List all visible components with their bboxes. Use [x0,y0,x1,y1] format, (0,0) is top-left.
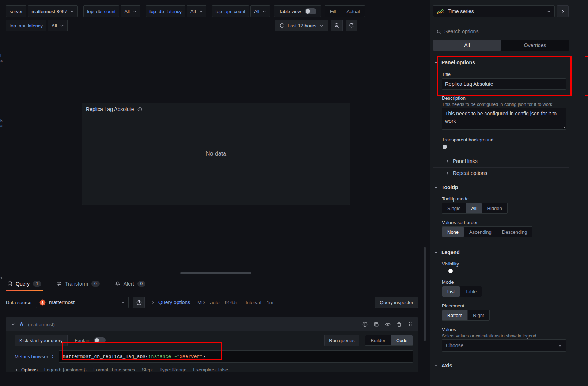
variable-top-api-count-label[interactable]: top_api_count [212,5,249,17]
actual-button[interactable]: Actual [341,6,365,17]
variable-top-api-latency-value-dropdown[interactable]: All [48,20,67,31]
table-view-control: Table view [274,5,321,17]
tab-transform[interactable]: Transform 0 [55,279,101,291]
summary-step: Step: [142,367,153,372]
kick-start-query-button[interactable]: Kick start your query [15,335,68,346]
explain-toggle[interactable] [94,337,106,343]
variable-top-db-latency-label[interactable]: top_db_latency [146,5,185,17]
option-label: Ascending [469,229,492,235]
variable-top-api-latency: top_api_latency All [6,20,68,31]
repeat-options-section[interactable]: Repeat options [445,170,487,176]
run-queries-label: Run queries [329,338,354,343]
variable-top-api-count-value-dropdown[interactable]: All [250,5,270,17]
tooltip-mode-all[interactable]: All [466,203,481,213]
tab-alert[interactable]: Alert 0 [114,279,147,291]
eye-icon[interactable] [385,321,391,327]
tab-all[interactable]: All [433,40,501,51]
variable-top-db-count: top_db_count All [83,5,140,17]
tab-query-count: 1 [33,281,41,287]
legend-mode-table[interactable]: Table [460,286,482,297]
legend-values-select[interactable]: Choose [442,339,566,352]
collapse-pane-button[interactable] [557,5,569,17]
edge-text-fragment: a [0,124,3,128]
chevron-down-icon[interactable] [11,322,15,326]
info-circle-icon[interactable] [362,322,368,327]
template-variables-row-2: top_api_latency All [6,20,68,31]
fill-button[interactable]: Fill [325,6,341,17]
prometheus-icon [39,299,46,306]
datasource-picker[interactable]: mattermost [36,297,129,308]
legend-mode-list[interactable]: List [442,286,460,297]
options-toggle[interactable]: Options [15,367,38,372]
panel-preview: Replica Lag Absolute No data [82,103,350,205]
sort-descending[interactable]: Descending [497,227,532,237]
info-circle-icon[interactable] [137,107,142,112]
legend-mode-group: List Table [442,286,482,297]
chevron-right-icon [561,9,565,14]
panel-options-section-header[interactable]: Panel options [434,60,475,65]
legend-section-header[interactable]: Legend [434,249,460,255]
panel-preview-title: Replica Lag Absolute [86,106,134,112]
variable-top-api-latency-label[interactable]: top_api_latency [6,20,46,31]
zoom-out-button[interactable] [331,20,343,31]
time-range-picker[interactable]: Last 12 hours [275,20,328,31]
variable-top-db-count-label[interactable]: top_db_count [83,5,120,17]
chevron-right-icon [151,301,155,305]
query-options-toggle[interactable]: Query options [151,299,190,305]
tooltip-mode-single[interactable]: Single [442,203,466,213]
refresh-button[interactable] [346,20,357,31]
query-inspector-label: Query inspector [380,300,413,305]
placement-right[interactable]: Right [467,310,489,320]
variable-server-value-dropdown[interactable]: mattermost:8067 [28,5,78,17]
datasource-help-button[interactable] [133,297,145,308]
query-row-header[interactable]: A (mattermost) [6,317,418,331]
grip-icon[interactable] [408,322,413,327]
query-expression-input[interactable]: mattermost_db_replica_lag_abs{instance=~… [59,350,413,363]
run-queries-button[interactable]: Run queries [324,335,359,346]
metrics-browser-button[interactable]: Metrics browser [15,354,54,359]
scrollbar-thumb[interactable] [424,247,426,341]
axis-section-header[interactable]: Axis [434,363,452,368]
panel-title-input[interactable] [442,78,566,90]
transform-icon [57,281,62,286]
code-label: Code [396,338,407,343]
values-sort-order-group: None Ascending Descending [442,226,532,237]
variable-top-db-latency-value-dropdown[interactable]: All [187,5,206,17]
legend-placement-label: Placement [442,303,464,309]
tab-query-label: Query [16,281,30,287]
variable-top-db-count-value-dropdown[interactable]: All [121,5,140,17]
explain-label: Explain [75,338,91,343]
tooltip-mode-group: Single All Hidden [442,203,508,214]
sort-ascending[interactable]: Ascending [464,227,497,237]
bell-icon [115,281,120,286]
query-options-label: Query options [158,299,190,305]
trash-icon[interactable] [397,322,402,327]
code-button[interactable]: Code [391,335,413,345]
sort-none[interactable]: None [442,227,464,237]
tooltip-mode-hidden[interactable]: Hidden [482,203,507,213]
variable-value-text: mattermost:8067 [31,9,67,14]
section-divider [433,155,569,155]
tab-overrides[interactable]: Overrides [501,40,569,51]
search-options-box[interactable] [433,26,569,37]
copy-icon[interactable] [373,322,379,327]
panel-links-section[interactable]: Panel links [445,158,478,164]
time-controls: Last 12 hours [275,20,357,31]
repeat-options-label: Repeat options [453,170,487,176]
placement-bottom[interactable]: Bottom [442,310,467,320]
tooltip-section-header[interactable]: Tooltip [434,184,458,190]
chevron-right-icon [51,355,54,358]
actual-label: Actual [346,9,360,14]
visualization-picker[interactable]: Time series [433,5,555,17]
variable-server-label[interactable]: server [6,5,26,17]
table-view-toggle[interactable] [305,8,316,14]
tab-query[interactable]: Query 1 [6,279,43,291]
query-inspector-button[interactable]: Query inspector [375,297,418,308]
summary-legend: Legend: {{instance}} [44,367,87,372]
legend-header-label: Legend [441,249,460,255]
builder-button[interactable]: Builder [365,335,390,345]
panel-resize-handle[interactable] [180,272,251,274]
panel-description-textarea[interactable]: This needs to be configured in config.js… [442,108,566,130]
options-tabs: All Overrides [433,40,569,51]
search-options-input[interactable] [444,28,565,34]
